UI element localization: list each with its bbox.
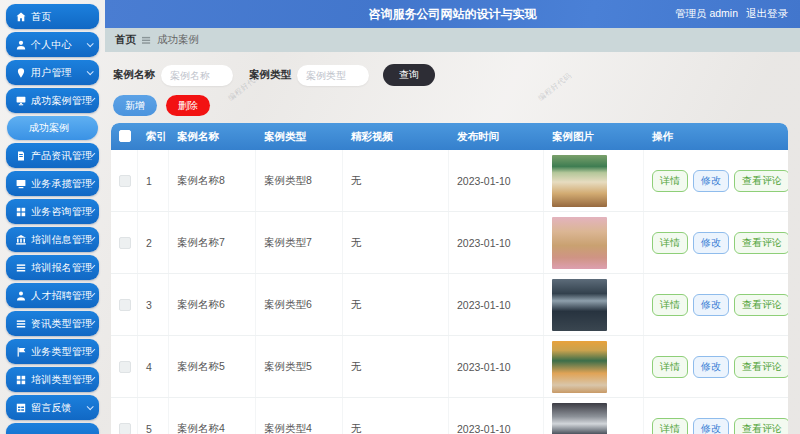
case-name-label: 案例名称: [113, 68, 155, 82]
case-video: 无: [343, 212, 449, 273]
case-type-input[interactable]: [297, 65, 369, 86]
table-row: 4 案例名称5 案例类型5 无 2023-01-10 详情 修改 查看评论 删除: [111, 336, 788, 398]
case-name: 案例名称5: [169, 336, 256, 397]
detail-button[interactable]: 详情: [652, 170, 688, 192]
detail-button[interactable]: 详情: [652, 294, 688, 316]
sidebar-item-recruitment[interactable]: 人才招聘管理: [6, 283, 99, 308]
flag-icon: [16, 347, 26, 357]
delete-selected-button[interactable]: 删除: [166, 95, 210, 116]
sidebar-item-business-contract[interactable]: 业务承揽管理: [6, 171, 99, 196]
query-button[interactable]: 查询: [383, 64, 435, 86]
case-type: 案例类型8: [256, 150, 343, 211]
case-video: 无: [343, 398, 449, 434]
sidebar-item-label: 培训类型管理: [31, 373, 92, 387]
select-all-checkbox[interactable]: [119, 130, 131, 142]
view-comments-button[interactable]: 查看评论: [734, 418, 788, 434]
sidebar-item-training-type[interactable]: 培训类型管理: [6, 367, 99, 392]
sidebar-item-label: 用户管理: [31, 66, 72, 80]
case-name-input[interactable]: [161, 65, 233, 86]
grid-icon: [16, 207, 26, 217]
search-bar: 案例名称 案例类型 查询: [113, 64, 435, 86]
sidebar-item-label: 业务承揽管理: [31, 177, 92, 191]
cases-table: 索引 案例名称 案例类型 精彩视频 发布时间 案例图片 操作 1 案例名称8 案…: [111, 123, 788, 434]
case-name: 案例名称7: [169, 212, 256, 273]
sidebar-subitem-success-case[interactable]: 成功案例: [7, 116, 98, 140]
view-comments-button[interactable]: 查看评论: [734, 232, 788, 254]
main-area: 咨询服务公司网站的设计与实现 管理员 admin 退出登录 首页 成功案例 编程…: [105, 0, 800, 434]
case-image: [552, 279, 607, 331]
current-user-label: 管理员 admin: [675, 7, 738, 21]
sidebar-item-case-mgmt[interactable]: 成功案例管理: [6, 88, 99, 113]
sidebar-item-product-news[interactable]: 产品资讯管理: [6, 143, 99, 168]
case-name: 案例名称8: [169, 150, 256, 211]
list-icon: [16, 319, 26, 329]
sidebar-item-news-type[interactable]: 资讯类型管理: [6, 311, 99, 336]
case-name: 案例名称6: [169, 274, 256, 335]
user-icon: [16, 40, 26, 50]
row-index: 1: [138, 150, 169, 211]
col-header-index: 索引: [138, 130, 169, 144]
sidebar-item-business-type[interactable]: 业务类型管理: [6, 339, 99, 364]
chevron-down-icon: [87, 40, 94, 47]
col-header-video: 精彩视频: [343, 130, 449, 144]
case-date: 2023-01-10: [449, 398, 544, 434]
detail-button[interactable]: 详情: [652, 418, 688, 434]
sidebar-item-label: 留言反馈: [31, 401, 72, 415]
row-checkbox[interactable]: [119, 237, 131, 249]
grid-icon: [16, 375, 26, 385]
sidebar-item-label: 首页: [31, 10, 51, 24]
detail-button[interactable]: 详情: [652, 356, 688, 378]
edit-button[interactable]: 修改: [693, 232, 729, 254]
sidebar-item-feedback[interactable]: 留言反馈: [6, 395, 99, 420]
sidebar-item-label: 业务咨询管理: [31, 205, 92, 219]
sidebar-item-training-info[interactable]: 培训信息管理: [6, 227, 99, 252]
table-header-row: 索引 案例名称 案例类型 精彩视频 发布时间 案例图片 操作: [111, 123, 788, 150]
logout-link[interactable]: 退出登录: [746, 7, 788, 21]
sidebar-subitem-label: 成功案例: [29, 121, 69, 135]
case-image: [552, 403, 607, 434]
sidebar-item-user-mgmt[interactable]: 用户管理: [6, 60, 99, 85]
document-icon: [16, 151, 26, 161]
edit-button[interactable]: 修改: [693, 294, 729, 316]
row-checkbox[interactable]: [119, 423, 131, 434]
col-header-date: 发布时间: [449, 130, 544, 144]
case-type: 案例类型4: [256, 398, 343, 434]
row-index: 5: [138, 398, 169, 434]
row-checkbox[interactable]: [119, 361, 131, 373]
view-comments-button[interactable]: 查看评论: [734, 170, 788, 192]
breadcrumb-current: 成功案例: [157, 33, 199, 47]
edit-button[interactable]: 修改: [693, 418, 729, 434]
screen-icon: [16, 179, 26, 189]
add-button[interactable]: 新增: [113, 95, 157, 116]
chevron-down-icon: [87, 403, 94, 410]
sidebar-item-label: 个人中心: [31, 38, 72, 52]
row-checkbox[interactable]: [119, 175, 131, 187]
bank-icon: [16, 235, 26, 245]
edit-button[interactable]: 修改: [693, 356, 729, 378]
case-image: [552, 341, 607, 393]
view-comments-button[interactable]: 查看评论: [734, 294, 788, 316]
col-header-image: 案例图片: [544, 130, 644, 144]
table-icon: [16, 403, 26, 413]
case-video: 无: [343, 336, 449, 397]
monitor-icon: [16, 96, 26, 106]
col-header-name: 案例名称: [169, 130, 256, 144]
sidebar-item-label: 产品资讯管理: [31, 149, 92, 163]
row-checkbox[interactable]: [119, 299, 131, 311]
sidebar: 首页 个人中心 用户管理 成功案例管理 成功案例 产品资讯管理 业务承揽管理: [0, 0, 105, 434]
row-index: 2: [138, 212, 169, 273]
breadcrumb-home[interactable]: 首页: [115, 33, 136, 47]
sidebar-item-training-signup[interactable]: 培训报名管理: [6, 255, 99, 280]
edit-button[interactable]: 修改: [693, 170, 729, 192]
case-type: 案例类型7: [256, 212, 343, 273]
app-root: 首页 个人中心 用户管理 成功案例管理 成功案例 产品资讯管理 业务承揽管理: [0, 0, 800, 434]
sidebar-item-home[interactable]: 首页: [6, 4, 99, 29]
sidebar-item-label: 业务类型管理: [31, 345, 92, 359]
sidebar-item-business-consult[interactable]: 业务咨询管理: [6, 199, 99, 224]
detail-button[interactable]: 详情: [652, 232, 688, 254]
sidebar-item-personal-center[interactable]: 个人中心: [6, 32, 99, 57]
view-comments-button[interactable]: 查看评论: [734, 356, 788, 378]
sidebar-item-partial[interactable]: [6, 423, 99, 434]
home-icon: [16, 12, 26, 22]
sidebar-item-label: 成功案例管理: [31, 94, 92, 108]
